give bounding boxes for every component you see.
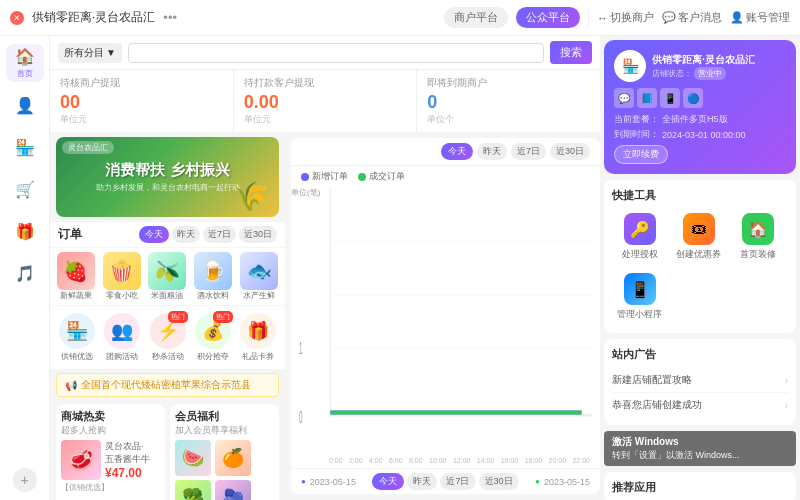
cart-icon: 🛒 xyxy=(15,180,35,199)
dropdown-arrow-icon: ▼ xyxy=(106,47,116,58)
customer-msg-action[interactable]: 💬 客户消息 xyxy=(662,10,722,25)
sidebar-item-cart[interactable]: 🛒 xyxy=(6,170,44,208)
site-ads-title: 站内广告 xyxy=(612,347,788,362)
switch-icon: ↔ xyxy=(597,12,608,24)
ad-arrow-1: › xyxy=(785,400,788,411)
func-4[interactable]: 🎁 礼品卡券 xyxy=(236,310,281,365)
products-row: 🍓 新鲜蔬果 🍿 零食小吃 🫒 米面粮油 🍺 酒水饮料 xyxy=(50,248,285,305)
chart-tab-yesterday[interactable]: 昨天 xyxy=(477,143,507,160)
circle-icon-btn[interactable]: 🔵 xyxy=(683,88,703,108)
function-icons: 🏪 供销优选 👥 团购活动 ⚡ 热门 秒杀活动 xyxy=(50,306,285,369)
plan-label: 当前套餐： xyxy=(614,113,659,126)
tool-coupon[interactable]: 🎟 创建优惠券 xyxy=(671,209,726,265)
windows-watermark: 激活 Windows 转到「设置」以激活 Windows... xyxy=(604,431,796,466)
sidebar-item-home[interactable]: 🏠 首页 xyxy=(6,44,44,82)
stat-value-1: 0.00 xyxy=(244,92,407,113)
product-item-2[interactable]: 🫒 米面粮油 xyxy=(146,252,190,301)
product-item-1[interactable]: 🍿 零食小吃 xyxy=(100,252,144,301)
product-item-4[interactable]: 🐟 水产生鲜 xyxy=(237,252,281,301)
product-item-3[interactable]: 🍺 酒水饮料 xyxy=(191,252,235,301)
tool-miniapp[interactable]: 📱 管理小程序 xyxy=(612,269,667,325)
banner: 消费帮扶 乡村振兴 助力乡村发展，和灵台农村电商一起行动 🌾 灵台农品汇 xyxy=(56,137,279,217)
msg-icon: 💬 xyxy=(662,11,676,24)
shop-title: 供销零距离·灵台农品汇 xyxy=(32,9,155,26)
date-tab-yesterday[interactable]: 昨天 xyxy=(172,226,200,243)
chart-tab-30days[interactable]: 近30日 xyxy=(550,143,590,160)
order-section-title: 订单 xyxy=(58,226,82,243)
stats-row: 待核商户提现 00 单位元 待打款客户提现 0.00 单位元 即将到期商户 0 … xyxy=(50,70,600,132)
chart-svg: 0 1 xyxy=(299,189,592,455)
shop-avatar: 🏪 xyxy=(614,50,646,82)
ad-arrow-0: › xyxy=(785,375,788,386)
site-ads-section: 站内广告 新建店铺配置攻略 › 恭喜您店铺创建成功 › xyxy=(604,339,796,425)
stat-label-0: 待核商户提现 xyxy=(60,76,223,90)
search-dropdown[interactable]: 所有分目 ▼ xyxy=(58,43,122,63)
chart-date-tab-today[interactable]: 今天 xyxy=(372,473,404,490)
user-icon: 👤 xyxy=(15,96,35,115)
chart-date-tab-yesterday[interactable]: 昨天 xyxy=(407,473,437,490)
banner-main-text: 消费帮扶 乡村振兴 xyxy=(105,161,229,180)
promo-card-1[interactable]: 会员福利 加入会员尊享福利 🍉 🍊 🥦 🫐 xyxy=(170,404,279,500)
chart-tab-7days[interactable]: 近7日 xyxy=(511,143,546,160)
promo-card-0[interactable]: 商城热卖 超多人抢购 🥩 灵台农品· 五香酱牛牛 ¥47.00 【供销优选】 xyxy=(56,404,165,500)
tool-decorate[interactable]: 🏠 首页装修 xyxy=(730,209,785,265)
switch-merchant-action[interactable]: ↔ 切换商户 xyxy=(597,10,654,25)
renew-button[interactable]: 立即续费 xyxy=(614,145,668,164)
func-3[interactable]: 💰 热门 积分抢夺 xyxy=(190,310,235,365)
sidebar-add-button[interactable]: + xyxy=(13,468,37,492)
svg-text:0: 0 xyxy=(299,409,303,427)
func-2[interactable]: ⚡ 热门 秒杀活动 xyxy=(145,310,190,365)
ad-item-0[interactable]: 新建店铺配置攻略 › xyxy=(612,368,788,393)
promo-img-0: 🥩 xyxy=(61,440,101,480)
chart-date-start-dot: ● xyxy=(301,477,306,486)
search-button[interactable]: 搜索 xyxy=(550,41,592,64)
account-mgmt-action[interactable]: 👤 账号管理 xyxy=(730,10,790,25)
stat-sub-2: 单位个 xyxy=(427,113,590,126)
more-button[interactable]: ••• xyxy=(163,10,177,25)
chart-date-start: 2023-05-15 xyxy=(310,477,356,487)
tool-miniapp-icon: 📱 xyxy=(624,273,656,305)
app-icon-btn[interactable]: 📱 xyxy=(660,88,680,108)
func-1[interactable]: 👥 团购活动 xyxy=(99,310,144,365)
stat-sub-1: 单位元 xyxy=(244,113,407,126)
legend-completed-order: 成交订单 xyxy=(358,170,405,183)
stat-sub-0: 单位元 xyxy=(60,113,223,126)
expire-label: 到期时间： xyxy=(614,128,659,141)
date-tab-30days[interactable]: 近30日 xyxy=(239,226,277,243)
weibo-icon-btn[interactable]: 📘 xyxy=(637,88,657,108)
sidebar-item-shop[interactable]: 🏪 xyxy=(6,128,44,166)
product-item-0[interactable]: 🍓 新鲜蔬果 xyxy=(54,252,98,301)
public-platform-btn[interactable]: 公众平台 xyxy=(516,7,580,28)
stat-label-2: 即将到期商户 xyxy=(427,76,590,90)
search-input[interactable] xyxy=(128,43,544,63)
merchant-platform-btn[interactable]: 商户平台 xyxy=(444,7,508,28)
legend-new-order: 新增订单 xyxy=(301,170,348,183)
ad-item-1[interactable]: 恭喜您店铺创建成功 › xyxy=(612,393,788,417)
sidebar-item-user[interactable]: 👤 xyxy=(6,86,44,124)
home-icon: 🏠 xyxy=(15,47,35,66)
chart-tab-today[interactable]: 今天 xyxy=(441,143,473,160)
account-icon: 👤 xyxy=(730,11,744,24)
close-button[interactable]: ✕ xyxy=(10,11,24,25)
left-sidebar: 🏠 首页 👤 🏪 🛒 🎁 🎵 + xyxy=(0,36,50,500)
func-0[interactable]: 🏪 供销优选 xyxy=(54,310,99,365)
svg-text:1: 1 xyxy=(299,339,303,357)
chart-date-tab-30days[interactable]: 近30日 xyxy=(479,473,519,490)
top-nav: ✕ 供销零距离·灵台农品汇 ••• 商户平台 公众平台 ↔ 切换商户 💬 客户消… xyxy=(0,0,800,36)
date-tab-7days[interactable]: 近7日 xyxy=(203,226,236,243)
shop-status-value: 营业中 xyxy=(694,67,726,80)
tool-auth[interactable]: 🔑 处理授权 xyxy=(612,209,667,265)
recommended-apps-title: 推荐应用 xyxy=(612,480,788,495)
expire-value: 2024-03-01 00:00:00 xyxy=(662,130,746,140)
notice-bar: 📢 全国首个现代矮砧密植苹果综合示范县 xyxy=(56,373,279,397)
sidebar-item-gift[interactable]: 🎁 xyxy=(6,212,44,250)
notice-text: 全国首个现代矮砧密植苹果综合示范县 xyxy=(81,378,251,392)
promo-title-0: 商城热卖 xyxy=(61,409,160,424)
chart-date-tab-7days[interactable]: 近7日 xyxy=(440,473,475,490)
shop-info-card: 🏪 供销零距离·灵台农品汇 店铺状态： 营业中 💬 📘 📱 🔵 当前套餐： 全插… xyxy=(604,40,796,174)
stat-value-0: 00 xyxy=(60,92,223,113)
sidebar-item-tiktok[interactable]: 🎵 xyxy=(6,254,44,292)
date-tab-today[interactable]: 今天 xyxy=(139,226,169,243)
wechat-icon-btn[interactable]: 💬 xyxy=(614,88,634,108)
promo-sub-1: 加入会员尊享福利 xyxy=(175,424,274,437)
